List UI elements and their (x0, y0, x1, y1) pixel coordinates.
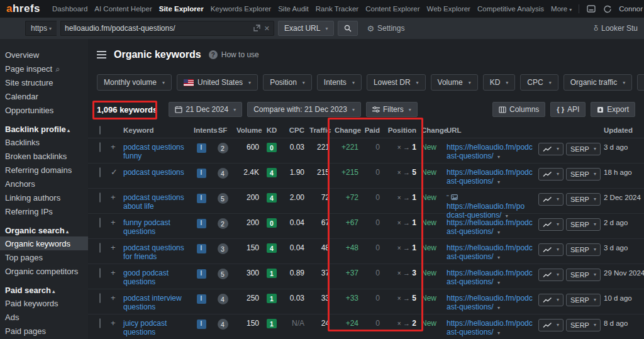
url-link[interactable]: https://helloaudio.fm/podcast-questions/… (447, 269, 533, 287)
sidebar-item-organic-competitors[interactable]: Organic competitors (0, 264, 88, 278)
sidebar-section-header[interactable]: Backlink profile ▴ (0, 123, 88, 135)
check-icon[interactable]: ✓ (111, 167, 118, 177)
url-link[interactable]: https://helloaudio.fm/podcast-questions/… (447, 319, 533, 338)
compare-date-button[interactable]: Compare with: 21 Dec 2023▾ (247, 102, 361, 117)
row-checkbox[interactable] (99, 192, 101, 203)
filter-cpc[interactable]: CPC▾ (520, 74, 558, 91)
add-keyword-icon[interactable]: + (111, 318, 116, 328)
keyword-link[interactable]: funny podcast questions (123, 218, 170, 236)
topnav-item-rank-tracker[interactable]: Rank Tracker (316, 5, 358, 13)
col-url[interactable]: URL (444, 126, 536, 135)
clear-icon[interactable]: ✕ (264, 25, 270, 33)
filter-intents[interactable]: Intents▾ (317, 74, 362, 91)
col-cpc[interactable]: CPC (282, 126, 307, 135)
menu-icon[interactable] (97, 51, 106, 58)
url-link[interactable]: https://helloaudio.fm/podcast-questions/… (447, 294, 533, 313)
add-keyword-icon[interactable]: + (111, 218, 116, 227)
sidebar-item-broken-backlinks[interactable]: Broken backlinks (0, 149, 88, 163)
intent-badge[interactable]: I (197, 219, 206, 228)
filter-monthly-volume[interactable]: Monthly volume▾ (97, 74, 172, 91)
col-keyword[interactable]: Keyword (121, 126, 191, 135)
add-keyword-icon[interactable]: + (111, 142, 116, 152)
url-link[interactable]: “https://helloaudio.fm/podcast-questions… (447, 193, 533, 221)
search-button[interactable] (338, 21, 358, 36)
row-checkbox[interactable] (99, 293, 101, 303)
topnav-item-competitive-analysis[interactable]: Competitive Analysis (477, 5, 544, 13)
add-keyword-icon[interactable]: + (111, 293, 116, 303)
sidebar-item-page-inspect[interactable]: Page inspect⌕ (0, 62, 88, 75)
col-updated[interactable]: Updated (601, 126, 644, 135)
intent-badge[interactable]: I (197, 244, 206, 253)
api-button[interactable]: { }API (550, 102, 586, 117)
topnav-item-more[interactable]: More▾ (551, 5, 572, 13)
col-change-2[interactable]: Change (419, 126, 444, 135)
filter-united-states[interactable]: United States▾ (177, 74, 258, 91)
sidebar-item-paid-pages[interactable]: Paid pages (0, 324, 88, 338)
keyword-link[interactable]: podcast questions for friends (123, 243, 184, 261)
select-all-checkbox[interactable] (99, 126, 101, 135)
sidebar-item-organic-keywords[interactable]: Organic keywords (0, 236, 88, 250)
sidebar-item-ads[interactable]: Ads (0, 310, 88, 324)
serp-button[interactable]: SERP▾ (566, 168, 601, 181)
keyword-link[interactable]: podcast questions funny (123, 143, 184, 160)
topnav-item-dashboard[interactable]: Dashboard (52, 5, 87, 13)
mode-select[interactable]: Exact URL▾ (278, 21, 334, 36)
columns-button[interactable]: Columns (492, 102, 545, 117)
date-picker-button[interactable]: 21 Dec 2024▾ (169, 102, 242, 117)
serp-features-badge[interactable]: 5 (218, 193, 228, 204)
sidebar-item-paid-keywords[interactable]: Paid keywords (0, 296, 88, 310)
url-link[interactable]: https://helloaudio.fm/podcast-questions/… (447, 143, 533, 162)
keyword-link[interactable]: podcast questions about life (123, 193, 184, 211)
serp-features-badge[interactable]: 3 (218, 243, 228, 254)
filter-kd[interactable]: KD▾ (483, 74, 516, 91)
serp-features-badge[interactable]: 4 (218, 294, 228, 304)
topnav-item-web-explorer[interactable]: Web Explorer (426, 5, 470, 13)
sidebar-item-backlinks[interactable]: Backlinks (0, 135, 88, 149)
row-checkbox[interactable] (99, 243, 101, 253)
filter-lowest-dr[interactable]: Lowest DR▾ (367, 74, 426, 91)
col-change[interactable]: Change (332, 126, 361, 135)
row-checkbox[interactable] (99, 318, 101, 328)
sidebar-item-referring-domains[interactable]: Referring domains (0, 163, 88, 177)
keyword-link[interactable]: juicy podcast questions (123, 319, 167, 336)
add-keyword-icon[interactable]: + (111, 268, 116, 277)
settings-button[interactable]: ⚙Settings (367, 24, 404, 33)
row-checkbox[interactable] (99, 268, 101, 278)
topnav-item-ai-content-helper[interactable]: AI Content Helper (94, 5, 152, 13)
appearance-icon[interactable] (587, 5, 596, 13)
filter-volume[interactable]: Volume▾ (431, 74, 478, 91)
col-kd[interactable]: KD (262, 126, 282, 135)
url-link[interactable]: https://helloaudio.fm/podcast-questions/… (447, 218, 533, 237)
sidebar-item-calendar[interactable]: Calendar (0, 89, 88, 103)
serp-button[interactable]: SERP▾ (566, 294, 601, 306)
intent-badge[interactable]: I (197, 143, 206, 153)
position-history-button[interactable]: ▾ (538, 168, 564, 181)
topnav-item-site-explorer[interactable]: Site Explorer (159, 5, 204, 13)
intent-badge[interactable]: I (197, 194, 206, 203)
serp-button[interactable]: SERP▾ (566, 269, 601, 281)
serp-button[interactable]: SERP▾ (566, 193, 601, 206)
col-traffic[interactable]: Traffic (307, 126, 332, 135)
position-history-button[interactable]: ▾ (538, 143, 564, 155)
position-history-button[interactable]: ▾ (538, 218, 564, 231)
filter-position[interactable]: Position▾ (263, 74, 312, 91)
user-account[interactable]: Connor Gillivan's (619, 5, 644, 13)
ahrefs-logo[interactable]: ahrefs (6, 3, 40, 15)
sidebar-item-anchors[interactable]: Anchors (0, 177, 88, 191)
filters-button[interactable]: Filters▾ (366, 102, 418, 117)
url-link[interactable]: https://helloaudio.fm/podcast-questions/… (447, 168, 533, 187)
usage-icon[interactable] (603, 5, 611, 13)
position-history-button[interactable]: ▾ (538, 193, 564, 206)
topnav-item-keywords-explorer[interactable]: Keywords Explorer (211, 5, 272, 13)
url-link[interactable]: https://helloaudio.fm/podcast-questions/… (447, 243, 533, 262)
serp-features-badge[interactable]: 5 (218, 269, 228, 279)
keyword-link[interactable]: good podcast questions (123, 269, 169, 286)
open-external-icon[interactable] (253, 25, 260, 33)
row-checkbox[interactable] (99, 142, 101, 152)
sidebar-item-overview[interactable]: Overview (0, 48, 88, 62)
intent-badge[interactable]: I (197, 294, 206, 304)
col-sf[interactable]: SF (211, 126, 234, 135)
sidebar-item-site-structure[interactable]: Site structure (0, 75, 88, 89)
serp-button[interactable]: SERP▾ (566, 143, 601, 155)
serp-button[interactable]: SERP▾ (566, 218, 601, 231)
